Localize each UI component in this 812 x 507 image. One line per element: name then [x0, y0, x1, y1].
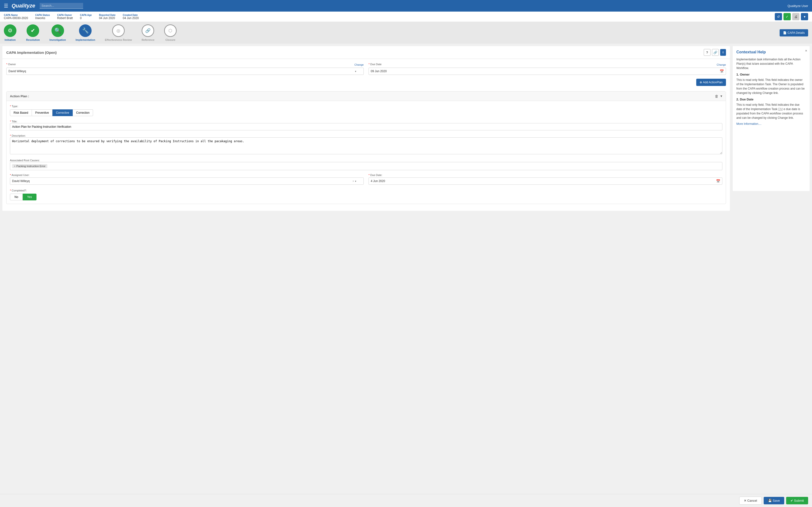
help-close-button[interactable]: × [805, 49, 807, 53]
description-textarea[interactable]: Horizontal deployment of corrections to … [10, 137, 722, 154]
capa-details-button[interactable]: 📄 CAPA Details [779, 29, 808, 37]
capa-name-value: CAPA-00030-2020 [4, 16, 28, 20]
step-closure[interactable]: ⬡ Closure [164, 24, 176, 41]
root-causes-box[interactable]: × Packing Instruction Error [10, 162, 722, 170]
owner-label: Owner [6, 63, 16, 66]
assigned-user-select[interactable]: David Willeyq × ▾ [10, 177, 364, 185]
top-nav: ☰ Qualityze Qualityze User [0, 0, 812, 12]
created-date-value: 04 Jun 2020 [123, 16, 139, 20]
more-actions-button[interactable]: ▾ [801, 13, 808, 20]
type-label: Type: [10, 105, 18, 108]
assigned-user-dropdown-arrow: ▾ [355, 180, 356, 182]
implementation-label: Implementation [75, 38, 95, 41]
step-implementation[interactable]: 🔧 Implementation [75, 24, 95, 41]
help-intro: Implementation task information lists al… [737, 57, 806, 70]
created-date-field: Created Date 04 Jun 2020 [123, 14, 139, 20]
link-button[interactable]: 🔗 [712, 49, 719, 56]
capa-owner-label: CAPA Owner [57, 14, 73, 16]
action-due-date-label: Due Date: [368, 174, 722, 176]
root-causes-section: Associated Root Causes: × Packing Instru… [10, 158, 722, 170]
type-preventive[interactable]: Preventive [32, 109, 53, 116]
step-investigation[interactable]: 🔍 Investigation [50, 24, 66, 41]
delete-action-plan-button[interactable]: 🗑 [715, 94, 718, 98]
add-action-plan-button[interactable]: ⊕ Add ActionPlan [696, 79, 726, 86]
reference-label: Reference [142, 38, 154, 41]
capa-age-label: CAPA Age [80, 14, 92, 16]
workflow-bar: ⚙ Initiation ✔ Resolution 🔍 Investigatio… [0, 22, 812, 44]
user-menu[interactable]: Qualityze User [788, 4, 808, 8]
type-group: Risk Based Preventive Corrective Correct… [10, 109, 722, 116]
owner-group: Owner Change David Willeyq ▾ [6, 63, 364, 75]
check-button[interactable]: ✓ [783, 13, 791, 20]
owner-change-link[interactable]: Change [354, 63, 364, 66]
calendar-icon: 📅 [720, 69, 724, 73]
description-section: Description: Horizontal deployment of co… [10, 134, 722, 155]
due-date-change-link[interactable]: Change [717, 63, 726, 66]
due-date-label: Due Date [368, 63, 382, 66]
action-due-date-input[interactable]: 4 Jun 2020 📅 [368, 177, 722, 185]
meta-bar: CAPA Name CAPA-00030-2020 CAPA Status In… [0, 12, 812, 22]
tag-remove-icon[interactable]: × [14, 165, 15, 168]
owner-dropdown-arrow: ▾ [355, 70, 356, 73]
investigation-label: Investigation [50, 38, 66, 41]
type-corrective[interactable]: Corrective [52, 109, 73, 116]
type-risk-based[interactable]: Risk Based [10, 109, 32, 116]
badge-button[interactable]: 0 [720, 49, 726, 56]
step-resolution[interactable]: ✔ Resolution [26, 24, 40, 41]
action-due-date-group: Due Date: 4 Jun 2020 📅 [368, 174, 722, 185]
step-effectiveness[interactable]: ◎ Effectiveness Review [105, 24, 132, 41]
assigned-user-clear-icon[interactable]: × [353, 180, 354, 182]
more-information-link[interactable]: More Information.... [737, 122, 761, 125]
search-input[interactable] [40, 3, 83, 9]
help-section-1-text: This is read only field. This field indi… [737, 78, 806, 95]
capa-status-field: CAPA Status Inworks [35, 14, 50, 20]
refresh-button[interactable]: ↺ [775, 13, 782, 20]
help-section-1-title: 1. Owner [737, 73, 806, 76]
help-button[interactable]: ? [704, 49, 711, 56]
owner-select[interactable]: David Willeyq ▾ [6, 68, 364, 75]
reported-date-label: Reported Date [99, 14, 115, 16]
effectiveness-icon: ◎ [112, 24, 125, 37]
root-causes-label: Associated Root Causes: [10, 159, 40, 162]
action-plan-body: Type: Risk Based Preventive Corrective C… [6, 101, 726, 204]
reference-icon: 🔗 [142, 24, 154, 37]
help-title: Contextual Help [737, 50, 806, 54]
action-plan-header-actions: 🗑 ▾ [715, 94, 722, 98]
action-calendar-icon: 📅 [716, 179, 720, 183]
reported-date-field: Reported Date 04 Jun 2020 [99, 14, 115, 20]
type-section: Type: Risk Based Preventive Corrective C… [10, 104, 722, 116]
assigned-user-duedate-row: Assigned User: David Willeyq × ▾ Due Dat… [10, 174, 722, 185]
capa-owner-field: CAPA Owner Robert Bratt [57, 14, 73, 20]
resolution-icon: ✔ [27, 24, 39, 37]
main-content: CAPA Implementation (Open) ? 🔗 0 Owner C… [0, 44, 812, 213]
completed-yes-button[interactable]: Yes [23, 193, 37, 201]
title-section: Title: [10, 119, 722, 130]
help-section-2-title: 2. Due Date [737, 98, 806, 101]
reported-date-value: 04 Jun 2020 [99, 16, 115, 20]
print-button[interactable]: 🖨 [792, 13, 800, 20]
capa-age-value: 0 [80, 16, 92, 20]
plus-icon: ⊕ [700, 80, 702, 84]
capa-owner-value: Robert Bratt [57, 16, 73, 20]
action-plan-card: Action Plan : 🗑 ▾ Type: Risk Based Preve… [6, 91, 726, 204]
initiation-icon: ⚙ [4, 24, 16, 37]
collapse-action-plan-button[interactable]: ▾ [720, 94, 722, 98]
assigned-user-label: Assigned User: [10, 174, 364, 176]
capa-age-field: CAPA Age 0 [80, 14, 92, 20]
completed-no-button[interactable]: No [10, 193, 23, 201]
due-date-input[interactable]: 09 Jun 2020 📅 [368, 68, 726, 75]
section-title: CAPA Implementation (Open) [6, 50, 57, 55]
left-panel: CAPA Implementation (Open) ? 🔗 0 Owner C… [0, 44, 732, 213]
effectiveness-label: Effectiveness Review [105, 38, 132, 41]
form-area: Owner Change David Willeyq ▾ Due Date Ch… [2, 59, 730, 211]
step-reference[interactable]: 🔗 Reference [142, 24, 154, 41]
capa-status-value: Inworks [35, 16, 50, 20]
step-initiation[interactable]: ⚙ Initiation [4, 24, 16, 41]
root-cause-tag: × Packing Instruction Error [12, 164, 47, 168]
ap-title-label: Title: [10, 120, 17, 123]
type-correction[interactable]: Correction [73, 109, 93, 116]
ap-title-input[interactable] [10, 123, 722, 130]
app-logo: Qualityze [12, 3, 35, 9]
hamburger-icon[interactable]: ☰ [4, 3, 8, 9]
completed-section: Completed?: No Yes [10, 188, 722, 201]
